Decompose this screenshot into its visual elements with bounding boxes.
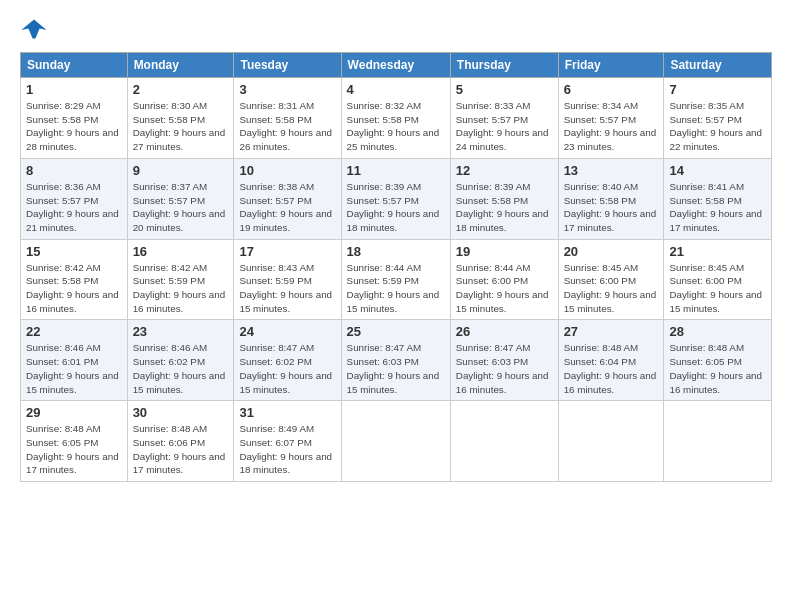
calendar-week-row: 8Sunrise: 8:36 AMSunset: 5:57 PMDaylight… [21, 158, 772, 239]
calendar-day-cell: 13Sunrise: 8:40 AMSunset: 5:58 PMDayligh… [558, 158, 664, 239]
page-header [20, 16, 772, 44]
calendar-day-header: Sunday [21, 53, 128, 78]
day-number: 7 [669, 82, 766, 97]
day-number: 27 [564, 324, 659, 339]
day-info: Sunrise: 8:33 AMSunset: 5:57 PMDaylight:… [456, 99, 553, 154]
day-number: 24 [239, 324, 335, 339]
calendar-day-cell: 6Sunrise: 8:34 AMSunset: 5:57 PMDaylight… [558, 78, 664, 159]
day-number: 5 [456, 82, 553, 97]
calendar-day-cell: 10Sunrise: 8:38 AMSunset: 5:57 PMDayligh… [234, 158, 341, 239]
calendar-day-cell: 27Sunrise: 8:48 AMSunset: 6:04 PMDayligh… [558, 320, 664, 401]
day-number: 13 [564, 163, 659, 178]
day-info: Sunrise: 8:37 AMSunset: 5:57 PMDaylight:… [133, 180, 229, 235]
day-number: 11 [347, 163, 445, 178]
calendar-week-row: 22Sunrise: 8:46 AMSunset: 6:01 PMDayligh… [21, 320, 772, 401]
day-info: Sunrise: 8:46 AMSunset: 6:01 PMDaylight:… [26, 341, 122, 396]
calendar-day-cell: 29Sunrise: 8:48 AMSunset: 6:05 PMDayligh… [21, 401, 128, 482]
day-number: 14 [669, 163, 766, 178]
day-info: Sunrise: 8:36 AMSunset: 5:57 PMDaylight:… [26, 180, 122, 235]
day-number: 15 [26, 244, 122, 259]
calendar-day-cell [664, 401, 772, 482]
calendar-day-cell: 28Sunrise: 8:48 AMSunset: 6:05 PMDayligh… [664, 320, 772, 401]
day-number: 2 [133, 82, 229, 97]
calendar-day-cell: 8Sunrise: 8:36 AMSunset: 5:57 PMDaylight… [21, 158, 128, 239]
day-info: Sunrise: 8:41 AMSunset: 5:58 PMDaylight:… [669, 180, 766, 235]
day-info: Sunrise: 8:46 AMSunset: 6:02 PMDaylight:… [133, 341, 229, 396]
calendar-day-cell: 12Sunrise: 8:39 AMSunset: 5:58 PMDayligh… [450, 158, 558, 239]
day-number: 30 [133, 405, 229, 420]
calendar-day-cell: 7Sunrise: 8:35 AMSunset: 5:57 PMDaylight… [664, 78, 772, 159]
calendar-day-cell: 16Sunrise: 8:42 AMSunset: 5:59 PMDayligh… [127, 239, 234, 320]
day-info: Sunrise: 8:47 AMSunset: 6:03 PMDaylight:… [456, 341, 553, 396]
logo-icon [20, 16, 48, 44]
calendar-day-cell: 5Sunrise: 8:33 AMSunset: 5:57 PMDaylight… [450, 78, 558, 159]
day-number: 4 [347, 82, 445, 97]
day-info: Sunrise: 8:45 AMSunset: 6:00 PMDaylight:… [669, 261, 766, 316]
calendar-table: SundayMondayTuesdayWednesdayThursdayFrid… [20, 52, 772, 482]
calendar-day-cell: 3Sunrise: 8:31 AMSunset: 5:58 PMDaylight… [234, 78, 341, 159]
day-number: 22 [26, 324, 122, 339]
calendar-week-row: 15Sunrise: 8:42 AMSunset: 5:58 PMDayligh… [21, 239, 772, 320]
calendar-day-cell [558, 401, 664, 482]
day-number: 23 [133, 324, 229, 339]
calendar-day-cell: 15Sunrise: 8:42 AMSunset: 5:58 PMDayligh… [21, 239, 128, 320]
day-info: Sunrise: 8:43 AMSunset: 5:59 PMDaylight:… [239, 261, 335, 316]
calendar-day-cell [450, 401, 558, 482]
calendar-day-cell: 21Sunrise: 8:45 AMSunset: 6:00 PMDayligh… [664, 239, 772, 320]
calendar-day-header: Friday [558, 53, 664, 78]
day-number: 20 [564, 244, 659, 259]
day-number: 25 [347, 324, 445, 339]
day-number: 21 [669, 244, 766, 259]
calendar-day-cell: 19Sunrise: 8:44 AMSunset: 6:00 PMDayligh… [450, 239, 558, 320]
calendar-week-row: 29Sunrise: 8:48 AMSunset: 6:05 PMDayligh… [21, 401, 772, 482]
day-info: Sunrise: 8:48 AMSunset: 6:04 PMDaylight:… [564, 341, 659, 396]
calendar-day-cell: 2Sunrise: 8:30 AMSunset: 5:58 PMDaylight… [127, 78, 234, 159]
calendar-day-cell: 4Sunrise: 8:32 AMSunset: 5:58 PMDaylight… [341, 78, 450, 159]
calendar-day-header: Wednesday [341, 53, 450, 78]
calendar-day-cell: 18Sunrise: 8:44 AMSunset: 5:59 PMDayligh… [341, 239, 450, 320]
day-number: 29 [26, 405, 122, 420]
day-number: 28 [669, 324, 766, 339]
day-info: Sunrise: 8:29 AMSunset: 5:58 PMDaylight:… [26, 99, 122, 154]
day-number: 17 [239, 244, 335, 259]
day-info: Sunrise: 8:48 AMSunset: 6:05 PMDaylight:… [26, 422, 122, 477]
day-info: Sunrise: 8:32 AMSunset: 5:58 PMDaylight:… [347, 99, 445, 154]
day-number: 18 [347, 244, 445, 259]
calendar-day-cell: 17Sunrise: 8:43 AMSunset: 5:59 PMDayligh… [234, 239, 341, 320]
day-number: 12 [456, 163, 553, 178]
calendar-day-cell: 22Sunrise: 8:46 AMSunset: 6:01 PMDayligh… [21, 320, 128, 401]
calendar-day-header: Thursday [450, 53, 558, 78]
day-number: 3 [239, 82, 335, 97]
calendar-header-row: SundayMondayTuesdayWednesdayThursdayFrid… [21, 53, 772, 78]
calendar-day-header: Monday [127, 53, 234, 78]
calendar-day-cell: 23Sunrise: 8:46 AMSunset: 6:02 PMDayligh… [127, 320, 234, 401]
calendar-day-cell: 20Sunrise: 8:45 AMSunset: 6:00 PMDayligh… [558, 239, 664, 320]
day-info: Sunrise: 8:44 AMSunset: 5:59 PMDaylight:… [347, 261, 445, 316]
day-info: Sunrise: 8:30 AMSunset: 5:58 PMDaylight:… [133, 99, 229, 154]
day-number: 9 [133, 163, 229, 178]
day-info: Sunrise: 8:49 AMSunset: 6:07 PMDaylight:… [239, 422, 335, 477]
day-number: 8 [26, 163, 122, 178]
day-number: 26 [456, 324, 553, 339]
day-info: Sunrise: 8:48 AMSunset: 6:05 PMDaylight:… [669, 341, 766, 396]
day-info: Sunrise: 8:35 AMSunset: 5:57 PMDaylight:… [669, 99, 766, 154]
calendar-day-cell: 14Sunrise: 8:41 AMSunset: 5:58 PMDayligh… [664, 158, 772, 239]
day-info: Sunrise: 8:39 AMSunset: 5:57 PMDaylight:… [347, 180, 445, 235]
calendar-day-cell: 9Sunrise: 8:37 AMSunset: 5:57 PMDaylight… [127, 158, 234, 239]
day-number: 19 [456, 244, 553, 259]
day-info: Sunrise: 8:40 AMSunset: 5:58 PMDaylight:… [564, 180, 659, 235]
day-number: 31 [239, 405, 335, 420]
calendar-body: 1Sunrise: 8:29 AMSunset: 5:58 PMDaylight… [21, 78, 772, 482]
calendar-day-cell: 11Sunrise: 8:39 AMSunset: 5:57 PMDayligh… [341, 158, 450, 239]
calendar-day-cell [341, 401, 450, 482]
day-number: 6 [564, 82, 659, 97]
calendar-day-cell: 24Sunrise: 8:47 AMSunset: 6:02 PMDayligh… [234, 320, 341, 401]
day-info: Sunrise: 8:47 AMSunset: 6:02 PMDaylight:… [239, 341, 335, 396]
day-info: Sunrise: 8:45 AMSunset: 6:00 PMDaylight:… [564, 261, 659, 316]
day-number: 10 [239, 163, 335, 178]
calendar-day-header: Saturday [664, 53, 772, 78]
calendar-day-cell: 31Sunrise: 8:49 AMSunset: 6:07 PMDayligh… [234, 401, 341, 482]
day-info: Sunrise: 8:34 AMSunset: 5:57 PMDaylight:… [564, 99, 659, 154]
day-info: Sunrise: 8:42 AMSunset: 5:59 PMDaylight:… [133, 261, 229, 316]
day-info: Sunrise: 8:44 AMSunset: 6:00 PMDaylight:… [456, 261, 553, 316]
